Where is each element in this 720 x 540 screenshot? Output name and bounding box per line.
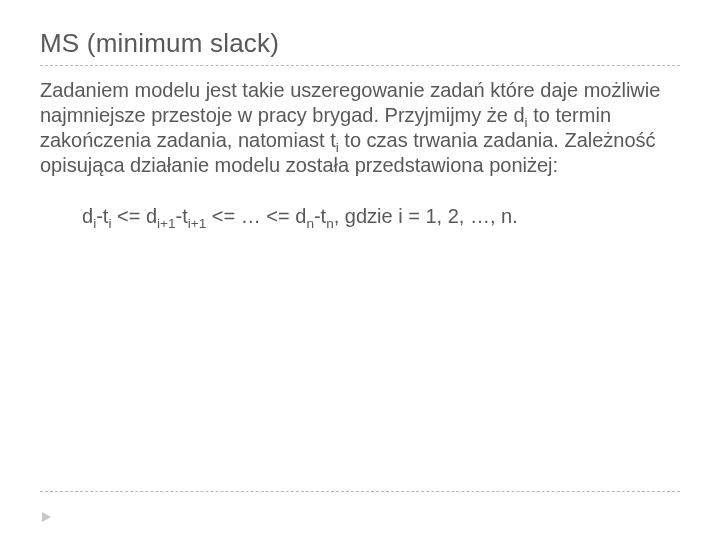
body-paragraph: Zadaniem modelu jest takie uszeregowanie… xyxy=(40,78,680,178)
f-6: -t xyxy=(314,205,326,227)
f-5: <= … <= d xyxy=(206,205,306,227)
f-1: d xyxy=(82,205,93,227)
f-s4: i+1 xyxy=(188,216,207,231)
slide-title: MS (minimum slack) xyxy=(40,28,680,59)
arrow-right-icon xyxy=(42,512,51,522)
slide: MS (minimum slack) Zadaniem modelu jest … xyxy=(0,0,720,540)
f-s3: i+1 xyxy=(157,216,176,231)
footer-divider xyxy=(40,491,680,492)
f-s5: n xyxy=(306,216,314,231)
formula-line: di-ti <= di+1-ti+1 <= … <= dn-tn, gdzie … xyxy=(82,204,680,229)
f-2: -t xyxy=(96,205,108,227)
f-4: -t xyxy=(176,205,188,227)
title-divider xyxy=(40,65,680,66)
f-7: , gdzie i = 1, 2, …, n. xyxy=(334,205,518,227)
f-3: <= d xyxy=(111,205,157,227)
f-s6: n xyxy=(326,216,334,231)
